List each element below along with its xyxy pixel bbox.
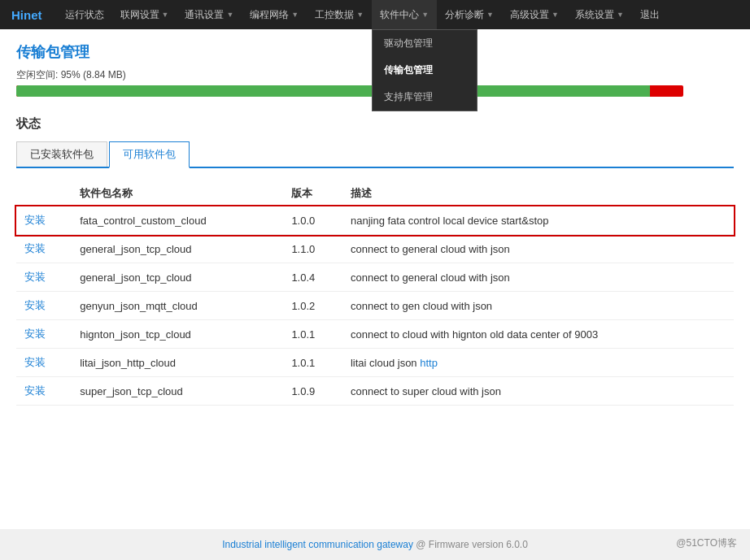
package-name: litai_json_http_cloud — [72, 349, 283, 377]
dropdown-item-support[interactable]: 支持库管理 — [373, 84, 477, 111]
package-desc: connect to cloud with hignton old data c… — [342, 320, 734, 349]
http-link[interactable]: http — [420, 357, 438, 369]
package-version: 1.0.1 — [283, 320, 342, 349]
package-name: fata_control_custom_cloud — [72, 206, 283, 235]
nav-item-system[interactable]: 系统设置 ▼ — [567, 0, 632, 29]
col-header-desc: 描述 — [342, 181, 734, 206]
package-name: general_json_tcp_cloud — [72, 235, 283, 263]
table-row: 安装litai_json_http_cloud1.0.1litai cloud … — [16, 349, 734, 377]
package-desc: connect to gen cloud with json — [342, 292, 734, 320]
install-link[interactable]: 安装 — [16, 349, 72, 377]
footer-gateway-link[interactable]: Industrial intelligent communication gat… — [222, 539, 413, 550]
install-link[interactable]: 安装 — [16, 377, 72, 406]
progress-bar-container — [16, 85, 683, 97]
table-row: 安装fata_control_custom_cloud1.0.0nanjing … — [16, 206, 734, 235]
nav-item-industrial[interactable]: 工控数据 ▼ — [307, 0, 372, 29]
progress-bar-fill — [16, 85, 650, 97]
software-dropdown-menu: 驱动包管理 传输包管理 支持库管理 — [372, 29, 477, 111]
nav-item-prog[interactable]: 编程网络 ▼ — [242, 0, 307, 29]
chevron-down-icon: ▼ — [421, 11, 429, 19]
tab-installed[interactable]: 已安装软件包 — [16, 141, 107, 167]
install-link[interactable]: 安装 — [16, 235, 72, 263]
chevron-down-icon: ▼ — [617, 11, 624, 19]
chevron-down-icon: ▼ — [552, 11, 559, 19]
package-desc: nanjing fata control local device start&… — [342, 206, 734, 235]
nav-item-comm[interactable]: 通讯设置 ▼ — [177, 0, 242, 29]
package-table: 软件包名称 版本 描述 安装fata_control_custom_cloud1… — [16, 181, 734, 406]
footer-firmware-text: @ Firmware version 6.0.0 — [416, 539, 528, 550]
chevron-down-icon: ▼ — [291, 11, 299, 19]
chevron-down-icon: ▼ — [356, 11, 364, 19]
package-desc: litai cloud json http — [342, 349, 734, 377]
brand-logo[interactable]: Hinet — [7, 8, 47, 22]
dropdown-item-driver[interactable]: 驱动包管理 — [373, 30, 477, 57]
package-name: super_json_tcp_cloud — [72, 377, 283, 406]
install-link[interactable]: 安装 — [16, 263, 72, 292]
footer-site-ref: @51CTO博客 — [676, 536, 737, 550]
col-header-action — [16, 181, 72, 206]
package-version: 1.0.0 — [283, 206, 342, 235]
package-version: 1.0.9 — [283, 377, 342, 406]
install-link[interactable]: 安装 — [16, 320, 72, 349]
table-row: 安装genyun_json_mqtt_cloud1.0.2connect to … — [16, 292, 734, 320]
col-header-version: 版本 — [283, 181, 342, 206]
package-desc: connect to super cloud with json — [342, 377, 734, 406]
install-link[interactable]: 安装 — [16, 206, 72, 235]
table-row: 安装general_json_tcp_cloud1.1.0connect to … — [16, 235, 734, 263]
table-row: 安装hignton_json_tcp_cloud1.0.1connect to … — [16, 320, 734, 349]
package-version: 1.0.1 — [283, 349, 342, 377]
footer: Industrial intelligent communication gat… — [0, 529, 750, 560]
package-desc: connect to general cloud with json — [342, 263, 734, 292]
col-header-name: 软件包名称 — [72, 181, 283, 206]
nav-item-advanced[interactable]: 高级设置 ▼ — [502, 0, 567, 29]
tab-available[interactable]: 可用软件包 — [109, 141, 190, 168]
table-row: 安装super_json_tcp_cloud1.0.9connect to su… — [16, 377, 734, 406]
chevron-down-icon: ▼ — [162, 11, 169, 19]
nav-item-logout[interactable]: 退出 — [632, 0, 668, 29]
tabs-container: 已安装软件包 可用软件包 — [16, 141, 734, 168]
nav-item-software[interactable]: 软件中心 ▼ 驱动包管理 传输包管理 支持库管理 — [372, 0, 437, 29]
nav-item-status[interactable]: 运行状态 — [57, 0, 112, 29]
package-version: 1.0.2 — [283, 292, 342, 320]
section-title: 状态 — [16, 116, 734, 132]
nav-item-analysis[interactable]: 分析诊断 ▼ — [437, 0, 502, 29]
nav-item-network[interactable]: 联网设置 ▼ — [112, 0, 177, 29]
chevron-down-icon: ▼ — [226, 11, 233, 19]
table-row: 安装general_json_tcp_cloud1.0.4connect to … — [16, 263, 734, 292]
package-desc: connect to general cloud with json — [342, 235, 734, 263]
package-name: general_json_tcp_cloud — [72, 263, 283, 292]
dropdown-item-transport[interactable]: 传输包管理 — [373, 57, 477, 84]
navbar: Hinet 运行状态 联网设置 ▼ 通讯设置 ▼ 编程网络 ▼ 工控数据 ▼ 软… — [0, 0, 750, 29]
package-name: hignton_json_tcp_cloud — [72, 320, 283, 349]
table-header-row: 软件包名称 版本 描述 — [16, 181, 734, 206]
package-name: genyun_json_mqtt_cloud — [72, 292, 283, 320]
install-link[interactable]: 安装 — [16, 292, 72, 320]
chevron-down-icon: ▼ — [486, 11, 494, 19]
package-version: 1.0.4 — [283, 263, 342, 292]
package-version: 1.1.0 — [283, 235, 342, 263]
